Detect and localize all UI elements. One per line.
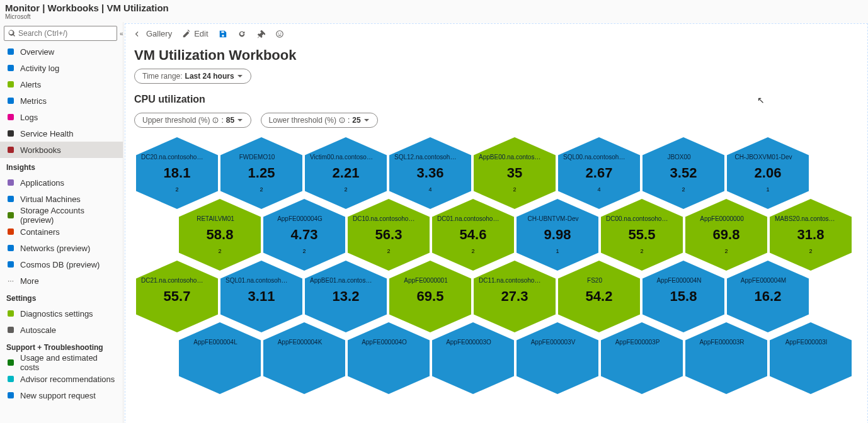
- hex-subvalue: 1: [556, 248, 559, 254]
- hex-value: 4.73: [291, 227, 318, 243]
- hex-subvalue: 4: [428, 186, 431, 193]
- sidebar-section-support: Support + Troubleshooting: [0, 338, 123, 354]
- hex-vm-name: AppFE000003I: [770, 339, 843, 346]
- nav-label: Workbooks: [20, 145, 61, 155]
- more-icon: ···: [6, 276, 15, 285]
- upper-threshold-chip[interactable]: Upper threshold (%) i : 85: [134, 113, 251, 128]
- nav-label: Overview: [20, 47, 54, 57]
- nav-label: Autoscale: [20, 325, 56, 335]
- svg-rect-5: [8, 130, 14, 137]
- applications-icon: [6, 178, 15, 187]
- hex-vm-name: AppFE000003R: [685, 339, 758, 346]
- refresh-button[interactable]: [237, 30, 246, 38]
- edit-button[interactable]: Edit: [182, 29, 208, 38]
- hex-tile[interactable]: AppFE000003R: [683, 320, 769, 396]
- support-req-icon: [6, 391, 15, 400]
- autoscale-icon: [6, 325, 15, 334]
- hex-vm-name: AppFE000004N: [642, 277, 716, 284]
- nav-label: Alerts: [20, 80, 41, 89]
- hex-vm-name: AppFE000003V: [517, 339, 590, 346]
- refresh-icon: [237, 30, 246, 38]
- gallery-label: Gallery: [146, 29, 172, 38]
- smiley-icon: [275, 30, 284, 38]
- hex-subvalue: 2: [387, 248, 390, 254]
- page-title: VM Utilization Workbook: [125, 43, 867, 69]
- hex-vm-name: FS20: [558, 277, 631, 284]
- chevron-down-icon: [237, 73, 243, 79]
- hex-tile[interactable]: AppFE000004O: [346, 320, 431, 396]
- svg-rect-10: [8, 228, 14, 235]
- hex-tile[interactable]: AppFE000003P: [599, 320, 685, 396]
- sidebar-section-settings: Settings: [0, 289, 123, 305]
- hex-vm-name: SQL00.na.contosohot…: [558, 154, 631, 161]
- sidebar-item-cosmos-db-preview-[interactable]: Cosmos DB (preview): [0, 256, 123, 273]
- hex-vm-name: Victim00.na.contoso…: [305, 154, 378, 161]
- sidebar-item-activity-log[interactable]: Activity log: [0, 60, 123, 76]
- nav-label: Usage and estimated costs: [20, 353, 117, 372]
- save-button[interactable]: [219, 30, 227, 38]
- sidebar-item-more[interactable]: ···More: [0, 273, 123, 289]
- svg-text:i: i: [341, 118, 343, 123]
- hex-tile[interactable]: AppFE000004L: [177, 320, 263, 396]
- hex-value: 3.11: [248, 288, 275, 305]
- hex-vm-name: DC10.na.contosohot…: [348, 215, 421, 222]
- hex-vm-name: AppBE00.na.contoso…: [474, 154, 547, 161]
- sidebar-item-networks-preview-[interactable]: Networks (preview): [0, 240, 123, 256]
- sidebar-item-overview[interactable]: Overview: [0, 43, 123, 60]
- alerts-icon: [6, 80, 15, 89]
- nav-label: Advisor recommendations: [20, 375, 115, 384]
- sidebar-item-virtual-machines[interactable]: Virtual Machines: [0, 191, 123, 207]
- svg-rect-1: [8, 65, 14, 71]
- vm-icon: [6, 195, 15, 203]
- feedback-button[interactable]: [275, 30, 284, 38]
- collapse-sidebar-button[interactable]: «: [120, 28, 123, 38]
- hex-value: 58.8: [207, 227, 234, 243]
- hex-value: 27.3: [501, 288, 528, 305]
- hex-subvalue: 2: [344, 186, 347, 193]
- pencil-icon: [182, 30, 191, 38]
- svg-point-20: [280, 32, 281, 33]
- sidebar-item-usage-and-estimated-costs[interactable]: Usage and estimated costs: [0, 354, 123, 371]
- time-range-chip[interactable]: Time range: Last 24 hours: [134, 69, 251, 84]
- breadcrumb: Monitor | Workbooks | VM Utilization: [5, 3, 863, 13]
- hex-vm-name: AppFE000004O: [348, 339, 421, 346]
- nav-label: Networks (preview): [20, 244, 90, 253]
- upper-threshold-label: Upper threshold (%): [142, 116, 210, 125]
- sidebar-section-insights: Insights: [0, 158, 123, 174]
- sidebar-item-advisor-recommendations[interactable]: Advisor recommendations: [0, 371, 123, 387]
- hex-tile[interactable]: AppFE000004K: [261, 320, 347, 396]
- lower-threshold-chip[interactable]: Lower threshold (%) i : 25: [261, 113, 378, 128]
- back-gallery-link[interactable]: Gallery: [134, 29, 172, 38]
- sidebar-item-service-health[interactable]: Service Health: [0, 125, 123, 142]
- svg-rect-11: [8, 245, 14, 251]
- search-input-wrapper[interactable]: [4, 26, 117, 41]
- hex-vm-name: AppFE000004G: [263, 215, 336, 222]
- hex-tile[interactable]: AppFE000003I: [768, 320, 854, 396]
- hex-tile[interactable]: AppFE000003O: [430, 320, 516, 396]
- sidebar-item-logs[interactable]: Logs: [0, 109, 123, 125]
- sidebar-item-storage-accounts-preview-[interactable]: Storage Accounts (preview): [0, 207, 123, 223]
- usage-icon: [6, 358, 15, 367]
- cpu-section-header: CPU utilization: [125, 84, 867, 110]
- sidebar-item-new-support-request[interactable]: New support request: [0, 387, 123, 403]
- sidebar-item-diagnostics-settings[interactable]: Diagnostics settings: [0, 305, 123, 322]
- hex-value: 55.5: [629, 227, 656, 243]
- hex-tile[interactable]: AppFE000003V: [515, 320, 600, 396]
- sidebar-item-applications[interactable]: Applications: [0, 174, 123, 191]
- hex-subvalue: 2: [809, 248, 812, 254]
- sidebar-item-alerts[interactable]: Alerts: [0, 76, 123, 93]
- hex-subvalue: 2: [260, 186, 263, 193]
- sidebar-item-containers[interactable]: Containers: [0, 223, 123, 240]
- pin-button[interactable]: [256, 30, 265, 38]
- diag-icon: [6, 309, 15, 318]
- search-input[interactable]: [18, 29, 113, 38]
- sidebar-item-autoscale[interactable]: Autoscale: [0, 322, 123, 338]
- hex-subvalue: 2: [471, 248, 474, 254]
- advisor-icon: [6, 375, 15, 383]
- hex-value: 9.98: [544, 227, 571, 243]
- sidebar: « OverviewActivity logAlertsMetricsLogsS…: [0, 22, 123, 423]
- hex-subvalue: 2: [682, 186, 685, 193]
- sidebar-item-workbooks[interactable]: Workbooks: [0, 142, 123, 158]
- nav-label: Diagnostics settings: [20, 309, 93, 319]
- sidebar-item-metrics[interactable]: Metrics: [0, 93, 123, 109]
